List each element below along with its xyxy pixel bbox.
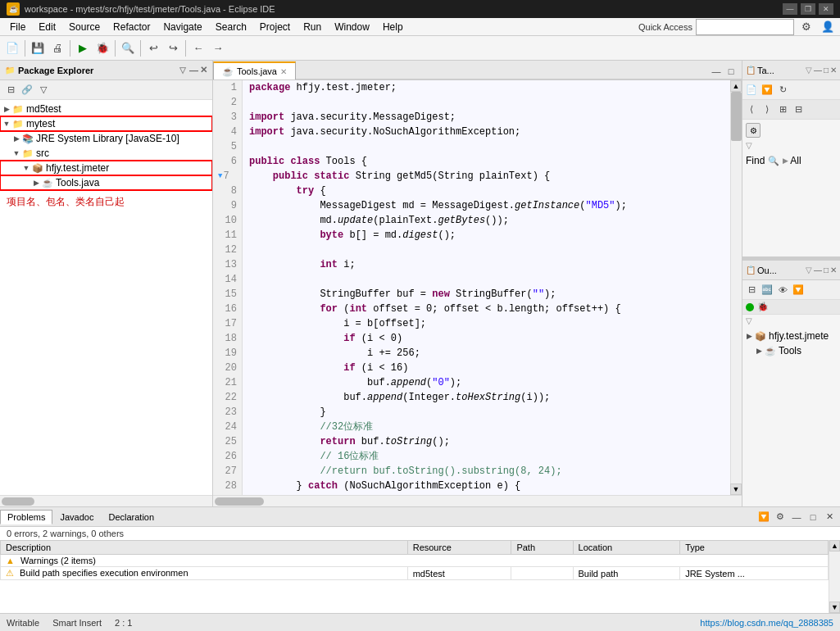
find-search-button[interactable]: 🔍: [766, 153, 781, 168]
problems-close[interactable]: ✕: [822, 510, 837, 524]
code-editor[interactable]: package hfjy.test.jmeter; import java.se…: [243, 80, 730, 495]
problems-new-filter[interactable]: 🔽: [756, 510, 771, 524]
search-button[interactable]: 🔍: [119, 39, 137, 57]
bottom-tab-problems[interactable]: Problems: [0, 510, 52, 524]
row0-path: [511, 567, 573, 580]
problems-settings[interactable]: ⚙: [773, 510, 788, 524]
debug-button[interactable]: 🐞: [93, 39, 111, 57]
tasks-new-button[interactable]: 📄: [744, 83, 759, 98]
window-title: workspace - mytest/src/hfjy/test/jmeter/…: [25, 4, 783, 14]
run-button[interactable]: ▶: [74, 39, 92, 57]
bottom-tab-javadoc[interactable]: Javadoc: [52, 510, 101, 524]
problems-vscroll-down[interactable]: ▼: [829, 601, 840, 613]
package-explorer-tree: ▶ 📁 md5test ▼ 📁 mytest ▶ 📚 JRE System Li…: [0, 100, 212, 495]
view-menu-button[interactable]: ▽: [36, 83, 51, 98]
problems-vscroll-track[interactable]: [829, 552, 840, 601]
src-icon: 📁: [21, 147, 34, 160]
tasks-nav2[interactable]: ⟩: [760, 102, 774, 117]
tasks-nav4[interactable]: ⊟: [791, 102, 806, 117]
tree-item-src[interactable]: ▼ 📁 src: [0, 146, 212, 161]
package-explorer-close[interactable]: ✕: [200, 65, 207, 75]
tasks-menu[interactable]: ▽: [806, 66, 812, 75]
link-with-editor-button[interactable]: 🔗: [20, 83, 34, 98]
menu-refactor[interactable]: Refactor: [107, 20, 157, 34]
status-writable: Writable: [7, 618, 39, 628]
find-arrow[interactable]: ▶: [783, 157, 788, 165]
tab-tools-java-close[interactable]: ✕: [280, 67, 287, 76]
tasks-filter-button[interactable]: 🔽: [760, 83, 774, 98]
bottom-tab-declaration[interactable]: Declaration: [101, 510, 161, 524]
editor-tab-tools-java[interactable]: ☕ Tools.java ✕: [213, 61, 296, 79]
package-explorer-menu-icon[interactable]: ▽: [179, 66, 186, 75]
tasks-nav3[interactable]: ⊞: [775, 102, 790, 117]
outline-item-package[interactable]: ▶ 📦 hfjy.test.jmete: [742, 329, 840, 343]
editor-vscrollbar[interactable]: ▲ ▼: [730, 80, 742, 495]
problems-vscrollbar[interactable]: ▲ ▼: [829, 540, 840, 613]
vscroll-track[interactable]: [730, 92, 742, 483]
vscroll-thumb[interactable]: [731, 92, 742, 141]
close-button[interactable]: ✕: [819, 3, 833, 15]
undo-button[interactable]: ↩: [144, 39, 162, 57]
maximize-editor-button[interactable]: □: [724, 64, 738, 79]
save-button[interactable]: 💾: [29, 39, 47, 57]
problems-max[interactable]: □: [806, 510, 820, 524]
menu-search[interactable]: Search: [209, 20, 253, 34]
vscroll-down[interactable]: ▼: [730, 483, 742, 495]
outline-status-btn[interactable]: 🐞: [756, 300, 770, 315]
maximize-button[interactable]: ❒: [801, 3, 815, 15]
problems-table-wrap: Description Resource Path Location Type …: [0, 540, 829, 613]
new-button[interactable]: 📄: [3, 39, 21, 57]
outline-collapse[interactable]: ⊟: [744, 283, 759, 297]
bottom-tab-icons: 🔽 ⚙ — □ ✕: [753, 510, 840, 524]
tasks-close[interactable]: ✕: [830, 66, 837, 75]
problems-vscroll-up[interactable]: ▲: [829, 540, 840, 552]
outline-close[interactable]: ✕: [830, 266, 837, 275]
problems-min[interactable]: —: [789, 510, 804, 524]
tasks-icon: 📋: [746, 66, 756, 75]
tree-item-package[interactable]: ▼ 📦 hfjy.test.jmeter: [0, 161, 212, 175]
hscroll-thumb-editor[interactable]: [215, 497, 264, 506]
outline-item-tools[interactable]: ▶ ☕ Tools: [742, 343, 840, 358]
tree-item-mytest[interactable]: ▼ 📁 mytest: [0, 116, 212, 131]
status-link[interactable]: https://blog.csdn.me/qq_2888385: [700, 618, 833, 628]
collapse-all-button[interactable]: ⊟: [3, 83, 18, 98]
menu-window[interactable]: Window: [328, 20, 376, 34]
outline-min[interactable]: —: [814, 266, 822, 275]
outline-menu[interactable]: ▽: [806, 266, 812, 275]
menu-project[interactable]: Project: [253, 20, 297, 34]
vscroll-up[interactable]: ▲: [730, 80, 742, 92]
redo-button[interactable]: ↪: [164, 39, 182, 57]
tasks-refresh-button[interactable]: ↻: [775, 83, 790, 98]
quick-access-input[interactable]: [696, 19, 794, 35]
tasks-max[interactable]: □: [824, 66, 829, 75]
editor-hscrollbar[interactable]: [213, 495, 742, 506]
outline-filter1[interactable]: 👁: [775, 283, 790, 297]
menu-navigate[interactable]: Navigate: [157, 20, 208, 34]
menu-file[interactable]: File: [3, 20, 32, 34]
right-top-toolbar2: ⟨ ⟩ ⊞ ⊟: [742, 100, 840, 120]
tree-item-tools-java[interactable]: ▶ ☕ Tools.java: [0, 175, 212, 190]
menu-help[interactable]: Help: [376, 20, 410, 34]
package-explorer-minimize[interactable]: —: [189, 66, 198, 75]
forward-button[interactable]: →: [209, 39, 227, 57]
print-button[interactable]: 🖨: [48, 39, 66, 57]
outline-max[interactable]: □: [824, 266, 829, 275]
tasks-widget[interactable]: ⚙: [746, 123, 761, 138]
menu-edit[interactable]: Edit: [32, 20, 62, 34]
minimize-button[interactable]: —: [783, 3, 797, 15]
quick-access-settings[interactable]: ⚙: [797, 18, 815, 36]
tasks-min[interactable]: —: [814, 66, 822, 75]
minimize-editor-button[interactable]: —: [709, 64, 724, 79]
outline-sort[interactable]: 🔤: [760, 283, 774, 297]
hscroll-thumb[interactable]: [2, 497, 34, 506]
back-button[interactable]: ←: [189, 39, 207, 57]
outline-filter2[interactable]: 🔽: [791, 283, 806, 297]
table-row-0[interactable]: ⚠ Build path specifies execution environ…: [1, 567, 829, 580]
tree-item-jre[interactable]: ▶ 📚 JRE System Library [JavaSE-10]: [0, 131, 212, 146]
package-explorer-hscrollbar[interactable]: [0, 495, 212, 506]
tree-item-md5test[interactable]: ▶ 📁 md5test: [0, 102, 212, 116]
menu-run[interactable]: Run: [297, 20, 328, 34]
menu-source[interactable]: Source: [62, 20, 107, 34]
quick-access-user[interactable]: 👤: [819, 18, 837, 36]
tasks-nav1[interactable]: ⟨: [744, 102, 759, 117]
